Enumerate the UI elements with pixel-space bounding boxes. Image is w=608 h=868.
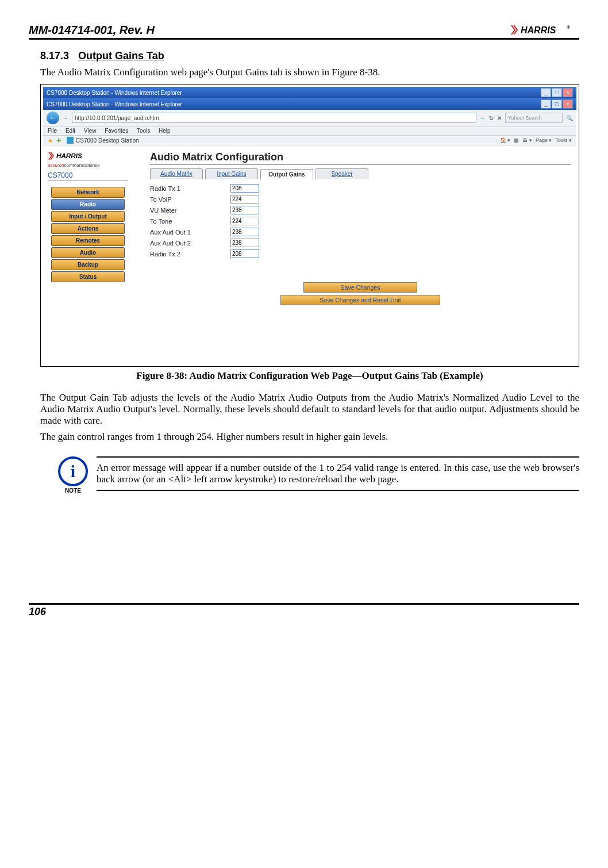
menu-view[interactable]: View xyxy=(84,128,97,134)
sidebar-logo-icon: HARRIS xyxy=(48,150,105,162)
panel-divider xyxy=(150,164,571,165)
save-area: Save Changes Save Changes and Reset Unit xyxy=(150,281,571,306)
address-bar[interactable]: http://10.0.0.201/page_audio.htm xyxy=(72,113,476,123)
forward-button-icon[interactable]: → xyxy=(63,115,68,121)
gain-row: To VoIP xyxy=(150,195,571,203)
refresh-icon[interactable]: ↻ xyxy=(489,115,494,121)
favorites-star-icon[interactable]: ★ xyxy=(48,137,53,144)
inner-titlebar: CS7000 Desktop Station - Windows Interne… xyxy=(43,98,576,110)
gain-label: To VoIP xyxy=(150,196,230,203)
menu-tools[interactable]: Tools xyxy=(137,128,150,134)
main-panel: Audio Matrix Configuration Audio Matrix … xyxy=(133,145,576,364)
sidebar-brand: HARRIS assuredcommunications® xyxy=(48,150,128,168)
sidebar-item-audio[interactable]: Audio xyxy=(51,247,125,258)
page-number: 106 xyxy=(29,606,579,618)
section-heading: 8.17.3 Output Gains Tab xyxy=(40,50,579,62)
menu-favorites[interactable]: Favorites xyxy=(105,128,128,134)
sidebar: HARRIS assuredcommunications® CS7000 Net… xyxy=(43,145,133,364)
sidebar-item-backup[interactable]: Backup xyxy=(51,259,125,270)
menu-edit[interactable]: Edit xyxy=(66,128,75,134)
sidebar-item-radio[interactable]: Radio xyxy=(51,199,125,210)
maximize-icon[interactable]: □ xyxy=(552,99,562,109)
gain-input-vu-meter[interactable] xyxy=(230,206,259,214)
maximize-icon[interactable]: □ xyxy=(552,88,562,97)
sidebar-item-input-output[interactable]: Input / Output xyxy=(51,211,125,222)
sidebar-item-remotes[interactable]: Remotes xyxy=(51,235,125,246)
sidebar-item-status[interactable]: Status xyxy=(51,271,125,282)
minimize-icon[interactable]: _ xyxy=(541,88,551,97)
gain-row: Aux Aud Out 1 xyxy=(150,228,571,236)
gain-label: Radio Tx 2 xyxy=(150,251,230,258)
gain-input-radio-tx-2[interactable] xyxy=(230,249,259,258)
page-footer: 106 xyxy=(29,603,579,618)
minimize-icon[interactable]: _ xyxy=(541,99,551,109)
gain-input-aux-aud-out-1[interactable] xyxy=(230,228,259,236)
gain-label: VU Meter xyxy=(150,207,230,214)
favicon-icon xyxy=(67,137,74,144)
svg-text:HARRIS: HARRIS xyxy=(521,25,556,35)
browser-tab-label[interactable]: CS7000 Desktop Station xyxy=(76,137,139,144)
svg-text:HARRIS: HARRIS xyxy=(56,152,82,159)
search-box[interactable]: Yahoo! Search xyxy=(505,113,563,123)
print-icon[interactable]: 🖶 ▾ xyxy=(522,137,532,143)
gain-row: Radio Tx 1 xyxy=(150,184,571,193)
browser-window: CS7000 Desktop Station - Windows Interne… xyxy=(43,87,576,364)
body-paragraph-2: The gain control ranges from 1 through 2… xyxy=(40,431,579,443)
figure-screenshot: CS7000 Desktop Station - Windows Interne… xyxy=(40,84,579,367)
menu-bar: File Edit View Favorites Tools Help xyxy=(43,126,576,136)
harris-logo: HARRIS ® xyxy=(510,23,579,37)
info-icon: i xyxy=(58,456,88,486)
gain-row: To Tone xyxy=(150,217,571,225)
gain-row: Aux Aud Out 2 xyxy=(150,239,571,247)
feed-icon[interactable]: ▦ xyxy=(514,137,519,143)
sidebar-item-actions[interactable]: Actions xyxy=(51,223,125,234)
sidebar-item-network[interactable]: Network xyxy=(51,187,125,198)
page-header: MM-014714-001, Rev. H HARRIS ® xyxy=(29,23,579,40)
save-reset-button[interactable]: Save Changes and Reset Unit xyxy=(280,295,440,305)
tools-menu[interactable]: Tools ▾ xyxy=(555,137,572,143)
page-content: HARRIS assuredcommunications® CS7000 Net… xyxy=(43,145,576,364)
section-number: 8.17.3 xyxy=(40,50,69,62)
harris-logo-icon: HARRIS ® xyxy=(510,23,579,37)
tab-input-gains[interactable]: Input Gains xyxy=(205,168,258,179)
intro-paragraph: The Audio Matrix Configuration web page'… xyxy=(40,67,579,78)
section-title: Output Gains Tab xyxy=(78,50,164,62)
save-changes-button[interactable]: Save Changes xyxy=(303,282,417,293)
note-text: An error message will appear if a number… xyxy=(97,456,579,491)
note-icon: i NOTE xyxy=(57,456,88,494)
tab-audio-matrix[interactable]: Audio Matrix xyxy=(150,168,203,179)
go-icon[interactable]: → xyxy=(480,115,486,121)
close-icon[interactable]: × xyxy=(563,88,573,97)
gain-label: To Tone xyxy=(150,218,230,225)
close-icon[interactable]: × xyxy=(563,99,573,109)
home-icon[interactable]: 🏠 ▾ xyxy=(500,137,511,143)
gain-label: Aux Aud Out 1 xyxy=(150,229,230,236)
inner-window-title: CS7000 Desktop Station - Windows Interne… xyxy=(47,101,182,107)
gain-row: VU Meter xyxy=(150,206,571,214)
outer-window-title: CS7000 Desktop Station - Windows Interne… xyxy=(47,90,182,96)
figure-caption: Figure 8-38: Audio Matrix Configuration … xyxy=(40,370,579,382)
body-paragraph-1: The Output Gain Tab adjusts the levels o… xyxy=(40,392,579,427)
gain-input-to-voip[interactable] xyxy=(230,195,259,203)
back-button-icon[interactable]: ← xyxy=(47,112,59,124)
tab-strip: ★ ✚ CS7000 Desktop Station 🏠 ▾ ▦ 🖶 ▾ Pag… xyxy=(43,136,576,145)
gain-row: Radio Tx 2 xyxy=(150,249,571,258)
search-icon[interactable]: 🔍 xyxy=(566,115,573,121)
tab-speaker[interactable]: Speaker xyxy=(315,168,368,179)
stop-icon[interactable]: ✕ xyxy=(497,115,502,121)
tab-output-gains[interactable]: Output Gains xyxy=(260,169,313,180)
note-block: i NOTE An error message will appear if a… xyxy=(57,456,579,494)
svg-text:®: ® xyxy=(567,25,570,30)
panel-title: Audio Matrix Configuration xyxy=(150,151,571,163)
document-id: MM-014714-001, Rev. H xyxy=(29,24,155,37)
nav-toolbar: ← → http://10.0.0.201/page_audio.htm → ↻… xyxy=(43,110,576,126)
menu-help[interactable]: Help xyxy=(159,128,171,134)
gain-input-to-tone[interactable] xyxy=(230,217,259,225)
page-menu[interactable]: Page ▾ xyxy=(536,137,552,143)
menu-file[interactable]: File xyxy=(48,128,57,134)
outer-titlebar: CS7000 Desktop Station - Windows Interne… xyxy=(43,87,576,98)
gain-input-aux-aud-out-2[interactable] xyxy=(230,239,259,247)
note-label: NOTE xyxy=(57,487,88,494)
add-favorite-icon[interactable]: ✚ xyxy=(56,137,61,144)
gain-input-radio-tx-1[interactable] xyxy=(230,184,259,193)
